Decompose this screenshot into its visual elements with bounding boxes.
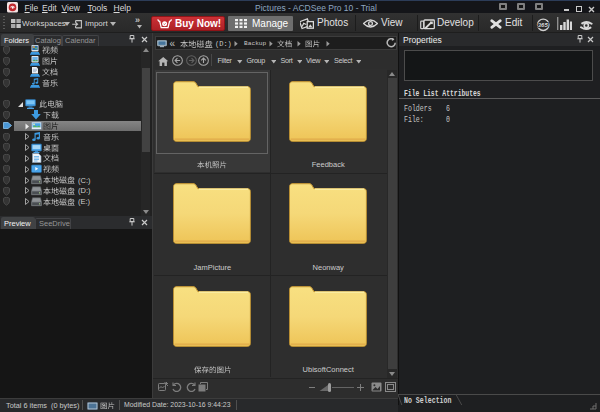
svg-text:365: 365 — [538, 22, 549, 28]
